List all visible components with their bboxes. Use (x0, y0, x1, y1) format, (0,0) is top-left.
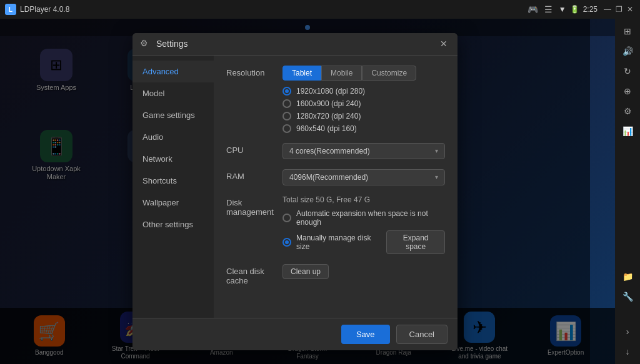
res-option-1920[interactable]: 1920x1080 (dpi 280) (282, 87, 445, 96)
cpu-row: CPU 4 cores(Recommended) ▾ (226, 143, 445, 159)
title-bar-icons: 🎮 ☰ (528, 4, 552, 14)
rt-volume-icon[interactable]: 🔊 (618, 42, 638, 60)
title-bar-left: L LDPlayer 4.0.8 (5, 4, 528, 15)
res-label-1280: 1280x720 (dpi 240) (296, 112, 361, 121)
disk-option-manual[interactable]: Manually manage disk size Expand space (282, 230, 445, 254)
resolution-options: 1920x1080 (dpi 280) 1600x900 (dpi 240) 1… (282, 87, 445, 133)
resolution-tabs: Tablet Mobile Customize (282, 66, 445, 81)
dialog-footer: Save Cancel (132, 318, 458, 350)
res-option-1600[interactable]: 1600x900 (dpi 240) (282, 99, 445, 108)
sidebar-item-model[interactable]: Model (132, 82, 214, 104)
rt-folder-icon[interactable]: 📁 (618, 268, 638, 285)
disk-management-control: Total size 50 G, Free 47 G Automatic exp… (282, 195, 445, 254)
sidebar-item-other-settings[interactable]: Other settings (132, 214, 214, 235)
res-tab-tablet[interactable]: Tablet (282, 66, 321, 81)
system-tray: ▼ 🔋 2:25 (559, 5, 598, 14)
rt-settings-icon[interactable]: 🔧 (618, 288, 638, 305)
cpu-label: CPU (226, 143, 282, 155)
cpu-dropdown[interactable]: 4 cores(Recommended) ▾ (282, 143, 445, 159)
clean-disk-label: Clean disk cache (226, 264, 282, 285)
dialog-sidebar: Advanced Model Game settings Audio Netwo… (132, 56, 214, 318)
res-radio-1280 (282, 112, 291, 121)
cleanup-button[interactable]: Clean up (282, 264, 329, 279)
battery-icon: 🔋 (570, 5, 579, 14)
resolution-control: Tablet Mobile Customize 1920x1080 (dpi 2… (282, 66, 445, 133)
disk-manual-label: Manually manage disk size (296, 234, 376, 251)
disk-option-auto[interactable]: Automatic expansion when space is not en… (282, 209, 445, 227)
ram-dropdown-arrow: ▾ (435, 174, 438, 180)
dialog-content: Resolution Tablet Mobile Customize (214, 56, 458, 318)
clock: 2:25 (583, 5, 598, 14)
restore-button[interactable]: ❐ (614, 4, 624, 14)
menu-icon: ☰ (544, 4, 552, 14)
cpu-dropdown-arrow: ▾ (435, 147, 438, 154)
dialog-body: Advanced Model Game settings Audio Netwo… (132, 56, 458, 318)
ram-value: 4096M(Recommended) (289, 173, 368, 182)
rt-zoom-icon[interactable]: ⊕ (618, 82, 638, 100)
modal-overlay: ⚙ Settings ✕ Advanced Model Game setting… (0, 19, 590, 364)
cpu-value: 4 cores(Recommended) (289, 147, 370, 155)
sidebar-item-game-settings[interactable]: Game settings (132, 104, 214, 126)
res-radio-960 (282, 124, 291, 133)
disk-radio-auto (282, 214, 291, 222)
expand-space-button[interactable]: Expand space (386, 230, 445, 254)
disk-management-row: Disk management Total size 50 G, Free 47… (226, 195, 445, 254)
settings-dialog: ⚙ Settings ✕ Advanced Model Game setting… (132, 33, 458, 350)
disk-auto-label: Automatic expansion when space is not en… (296, 209, 445, 227)
ram-control: 4096M(Recommended) ▾ (282, 169, 445, 185)
ram-label: RAM (226, 169, 282, 181)
emulator-body: ⊞ System Apps 🎮 LD Store 📱 Uptodown Xapk… (0, 19, 615, 364)
app-logo: L (5, 4, 16, 15)
res-label-1920: 1920x1080 (dpi 280) (296, 87, 365, 96)
desktop: L LDPlayer 4.0.8 🎮 ☰ ▼ 🔋 2:25 — ❐ ✕ (0, 0, 640, 364)
minimize-button[interactable]: — (602, 4, 612, 14)
right-toolbar: ⊞ 🔊 ↻ ⊕ ⚙ 📊 📁 🔧 › ↓ (615, 19, 640, 364)
settings-gear-icon: ⚙ (140, 38, 151, 49)
sidebar-item-network[interactable]: Network (132, 148, 214, 170)
res-label-1600: 1600x900 (dpi 240) (296, 99, 361, 108)
disk-management-label: Disk management (226, 195, 282, 217)
res-radio-1920 (282, 87, 291, 96)
rt-rotate-icon[interactable]: ↻ (618, 62, 638, 80)
wifi-icon: ▼ (559, 5, 566, 14)
dialog-close-button[interactable]: ✕ (438, 37, 450, 50)
cancel-button[interactable]: Cancel (396, 325, 448, 344)
sidebar-item-shortcuts[interactable]: Shortcuts (132, 170, 214, 192)
rt-grid-icon[interactable]: ⊞ (618, 22, 638, 40)
res-radio-1600 (282, 99, 291, 108)
res-tab-mobile[interactable]: Mobile (321, 66, 362, 81)
rt-gear-icon[interactable]: ⚙ (618, 102, 638, 120)
sidebar-item-wallpaper[interactable]: Wallpaper (132, 192, 214, 214)
sidebar-item-audio[interactable]: Audio (132, 126, 214, 148)
clean-disk-row: Clean disk cache Clean up (226, 264, 445, 285)
title-bar: L LDPlayer 4.0.8 🎮 ☰ ▼ 🔋 2:25 — ❐ ✕ (0, 0, 640, 19)
cpu-control: 4 cores(Recommended) ▾ (282, 143, 445, 159)
res-tab-customize[interactable]: Customize (362, 66, 416, 81)
res-option-1280[interactable]: 1280x720 (dpi 240) (282, 112, 445, 121)
rt-arrow-right-icon[interactable]: › (618, 323, 638, 340)
ram-row: RAM 4096M(Recommended) ▾ (226, 169, 445, 185)
close-button[interactable]: ✕ (625, 4, 635, 14)
disk-total-info: Total size 50 G, Free 47 G (282, 195, 445, 204)
rt-arrow-down-icon[interactable]: ↓ (618, 343, 638, 360)
controller-icon: 🎮 (528, 4, 538, 14)
sidebar-item-advanced[interactable]: Advanced (132, 61, 214, 82)
res-option-960[interactable]: 960x540 (dpi 160) (282, 124, 445, 133)
save-button[interactable]: Save (341, 325, 390, 344)
disk-options: Automatic expansion when space is not en… (282, 209, 445, 254)
clean-disk-control: Clean up (282, 264, 445, 279)
rt-chart-icon[interactable]: 📊 (618, 122, 638, 140)
resolution-label: Resolution (226, 66, 282, 77)
ram-dropdown[interactable]: 4096M(Recommended) ▾ (282, 169, 445, 185)
dialog-title-bar: ⚙ Settings ✕ (132, 33, 458, 56)
disk-radio-manual (282, 238, 291, 247)
res-label-960: 960x540 (dpi 160) (296, 124, 357, 133)
dialog-title-text: Settings (156, 39, 438, 49)
resolution-row: Resolution Tablet Mobile Customize (226, 66, 445, 133)
app-title: LDPlayer 4.0.8 (20, 5, 69, 14)
